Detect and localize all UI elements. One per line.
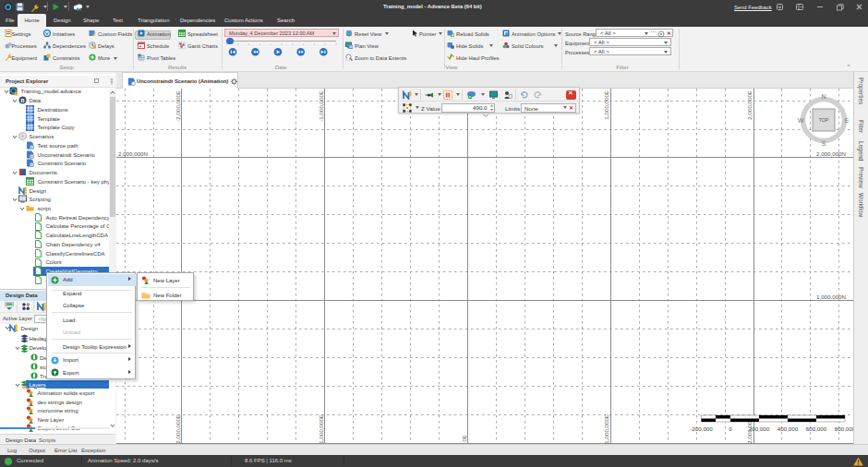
svg-text:S: S <box>822 140 826 147</box>
svg-text:-200,000: -200,000 <box>690 425 713 432</box>
svg-text:600,000: 600,000 <box>806 425 827 432</box>
svg-text:400,000: 400,000 <box>778 425 799 432</box>
svg-text:N: N <box>821 93 826 100</box>
svg-text:E: E <box>845 117 850 124</box>
svg-text:W: W <box>798 117 804 124</box>
svg-text:0: 0 <box>729 425 732 432</box>
svg-text:200,000: 200,000 <box>749 425 770 432</box>
svg-text:TOP: TOP <box>819 117 829 123</box>
svg-text:B: B <box>20 98 24 103</box>
